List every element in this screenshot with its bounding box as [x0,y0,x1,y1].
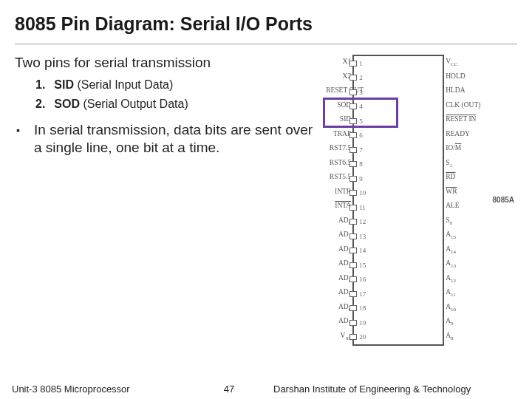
pin-box [349,61,357,66]
pin-label: AD0 [326,214,352,228]
pin-label: RST6.5 [326,156,352,171]
pin-label: IO/M [444,141,471,156]
pin-label: VCC [444,55,471,69]
pin-label: TRAP [326,127,352,142]
pin-box [349,305,357,311]
pin-number: 5 [359,117,363,125]
pin-box [349,103,357,109]
pin-label: RST7.5 [326,141,352,156]
title-bold: Serial I/O Ports [180,13,313,34]
item-num: 2. [35,98,45,110]
pin-label: AD1 [326,228,352,242]
pin-label: X2 [326,69,352,84]
pin-label: A15 [444,228,471,242]
pin-box [349,118,357,124]
list-item: 1.SID (Serial Input Data) [35,78,313,92]
pin-label: X1 [326,55,352,69]
pin-label: INTA [326,199,352,214]
pin-number: 17 [359,290,366,298]
pin-box [349,233,357,239]
pin-label: A14 [444,242,471,257]
pin-label: A13 [444,256,471,271]
pin-box [349,190,357,196]
list-item: 2.SOD (Serial Output Data) [35,98,313,111]
pin-label: SOD [326,98,352,113]
pin-label: CLK (OUT) [444,98,471,113]
pin-box [349,89,357,95]
paragraph: ▪ In serial transmission, data bits are … [15,121,313,157]
chip-label: 8085A [493,196,514,204]
pin-label: AD6 [326,300,352,315]
pin-box [349,248,357,253]
slide-title: 8085 Pin Diagram: Serial I/O Ports [15,13,517,44]
pin-label: RESET OUT [326,83,352,98]
pin-number: 13 [359,233,366,240]
pin-box [349,161,357,167]
para-text: In serial transmission, data bits are se… [34,122,313,155]
pin-box [349,320,357,326]
pin-diagram: X1X2RESET OUTSODSIDTRAPRST7.5RST6.5RST5.… [326,55,517,346]
pin-label: SID [326,112,352,127]
pin-box [349,262,357,268]
pin-number: 15 [359,262,366,269]
pin-number: 2 [359,74,363,81]
pin-label: RD [444,170,471,185]
pin-number: 18 [359,304,366,312]
footer-left: Unit-3 8085 Microprocessor [0,383,207,395]
pin-label: AD3 [326,256,352,271]
pin-label: AD5 [326,285,352,300]
pin-box [349,205,357,211]
pin-number: 11 [359,204,366,211]
pin-label: A12 [444,271,471,286]
pin-label: A11 [444,285,471,300]
pin-box [349,219,357,225]
pin-number: 10 [359,189,366,197]
bullet-icon: ▪ [16,124,20,137]
page-number: 47 [207,383,251,395]
item-desc: (Serial Output Data) [80,98,188,110]
pin-number: 3 [359,89,363,96]
subtitle: Two pins for serial transmission [15,55,313,71]
item-num: 1. [35,78,45,91]
title-prefix: 8085 Pin Diagram: [15,13,180,34]
pin-label: A9 [444,314,471,329]
pin-number: 7 [359,146,363,154]
pin-number: 6 [359,132,363,139]
pin-number: 12 [359,218,366,225]
pin-box [349,75,357,81]
pin-number: 8 [359,160,363,168]
pin-label: WR [444,185,471,200]
pin-number: 1 [359,60,363,67]
pin-label: AD4 [326,271,352,286]
pin-label: A8 [444,329,471,344]
pin-label: READY [444,127,471,142]
pin-label: INTR [326,185,352,200]
item-term: SID [54,78,74,91]
pin-label: RESET IN [444,112,471,127]
pin-number: 14 [359,247,366,254]
pin-label: A10 [444,300,471,315]
pin-label: VSS [326,329,352,344]
pin-label: HLDA [444,83,471,98]
pin-box [349,276,357,282]
pin-label: AD2 [326,242,352,257]
pin-number: 20 [359,333,366,341]
serial-pin-list: 1.SID (Serial Input Data) 2.SOD (Serial … [15,78,313,111]
pin-box [349,334,357,340]
pin-number: 9 [359,175,363,183]
pin-box [349,132,357,138]
pin-label: S1 [444,156,471,171]
pin-number: 4 [359,103,363,110]
pin-number: 16 [359,276,366,283]
pin-box [349,291,357,297]
footer-right: Darshan Institute of Engineering & Techn… [251,383,532,395]
pin-label: ALE [444,199,471,214]
pin-label: S0 [444,214,471,228]
pin-label: AD7 [326,314,352,329]
item-desc: (Serial Input Data) [74,78,173,91]
pin-label: HOLD [444,69,471,84]
pin-box [349,147,357,153]
chip-package: 1234567891011121314151617181920 40393837… [352,55,444,346]
pin-number: 19 [359,319,366,327]
pin-box [349,176,357,182]
